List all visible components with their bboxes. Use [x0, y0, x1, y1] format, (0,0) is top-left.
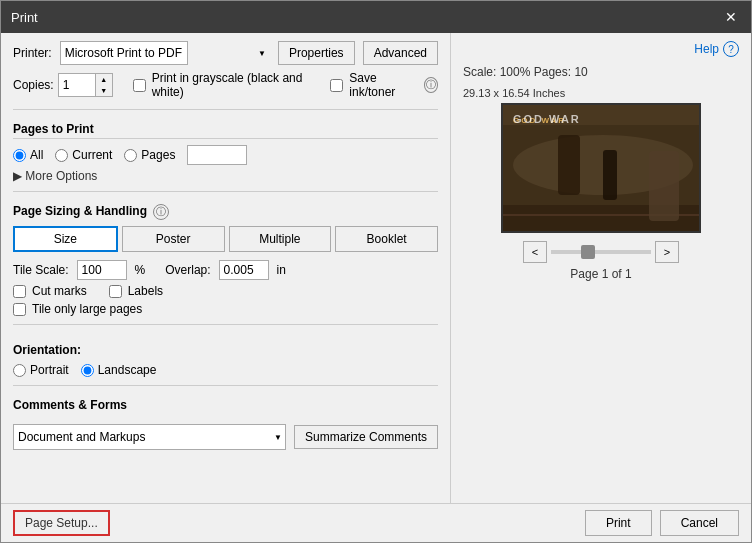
preview-nav: < >	[463, 241, 739, 263]
grayscale-wrapper: Print in grayscale (black and white)	[133, 71, 321, 99]
overlap-label: Overlap:	[165, 263, 210, 277]
print-button[interactable]: Print	[585, 510, 652, 536]
page-slider[interactable]	[551, 250, 651, 254]
copies-spinner: ▲ ▼	[95, 74, 112, 96]
page-info: Page 1 of 1	[570, 267, 631, 281]
booklet-button[interactable]: Booklet	[335, 226, 438, 252]
labels-label: Labels	[128, 284, 163, 298]
tile-scale-row: Tile Scale: % Overlap: in	[13, 260, 438, 280]
copies-down-button[interactable]: ▼	[96, 85, 112, 96]
portrait-radio[interactable]	[13, 364, 26, 377]
pages-row: All Current Pages	[13, 145, 438, 165]
copies-input-wrapper: 1 ▲ ▼	[58, 73, 113, 97]
multiple-button[interactable]: Multiple	[229, 226, 332, 252]
cut-marks-row: Cut marks Labels	[13, 284, 438, 298]
more-options-label: ▶ More Options	[13, 169, 97, 183]
orientation-section: Orientation: Portrait Landscape	[13, 335, 438, 381]
bottom-bar: Page Setup... Print Cancel	[1, 503, 751, 542]
ink-checkbox[interactable]	[330, 79, 343, 92]
preview-area: 29.13 x 16.54 Inches	[463, 87, 739, 495]
landscape-label: Landscape	[98, 363, 157, 377]
orientation-row: Portrait Landscape	[13, 363, 438, 377]
copies-grayscale-row: Copies: 1 ▲ ▼ Print in grayscale (black …	[13, 71, 438, 99]
pages-radio-label[interactable]: Pages	[124, 148, 175, 162]
printer-row: Printer: Microsoft Print to PDF Properti…	[13, 41, 438, 65]
dialog-body: Printer: Microsoft Print to PDF Properti…	[1, 33, 751, 503]
right-panel: Help ? Scale: 100% Pages: 10 29.13 x 16.…	[451, 33, 751, 503]
printer-select-wrapper: Microsoft Print to PDF	[60, 41, 270, 65]
divider-3	[13, 324, 438, 325]
current-radio-label[interactable]: Current	[55, 148, 112, 162]
svg-text:GOD  WAR: GOD WAR	[513, 116, 566, 125]
svg-rect-4	[603, 150, 617, 200]
size-button[interactable]: Size	[13, 226, 118, 252]
title-bar: Print ✕	[1, 1, 751, 33]
comments-select-wrapper: Document and Markups Document Form field…	[13, 424, 286, 450]
tile-only-row: Tile only large pages	[13, 302, 438, 316]
comments-select[interactable]: Document and Markups Document Form field…	[13, 424, 286, 450]
grayscale-label: Print in grayscale (black and white)	[152, 71, 321, 99]
left-panel: Printer: Microsoft Print to PDF Properti…	[1, 33, 451, 503]
divider-4	[13, 385, 438, 386]
copies-label: Copies:	[13, 78, 54, 92]
tile-only-checkbox[interactable]	[13, 303, 26, 316]
printer-select[interactable]: Microsoft Print to PDF	[60, 41, 188, 65]
help-icon: ?	[723, 41, 739, 57]
more-options[interactable]: ▶ More Options	[13, 169, 438, 183]
tile-scale-unit: %	[135, 263, 146, 277]
all-radio[interactable]	[13, 149, 26, 162]
preview-image: GOD WAR	[503, 105, 699, 231]
print-dialog: Print ✕ Printer: Microsoft Print to PDF …	[0, 0, 752, 543]
bottom-right: Print Cancel	[585, 510, 739, 536]
copies-input[interactable]: 1	[59, 74, 95, 96]
prev-page-button[interactable]: <	[523, 241, 547, 263]
divider-2	[13, 191, 438, 192]
scale-info: Scale: 100% Pages: 10	[463, 65, 588, 79]
preview-size-label: 29.13 x 16.54 Inches	[463, 87, 565, 99]
cut-marks-checkbox[interactable]	[13, 285, 26, 298]
current-radio[interactable]	[55, 149, 68, 162]
preview-image-container: GOD WAR	[501, 103, 701, 233]
portrait-label: Portrait	[30, 363, 69, 377]
cancel-button[interactable]: Cancel	[660, 510, 739, 536]
pages-range-input[interactable]	[187, 145, 247, 165]
portrait-radio-label[interactable]: Portrait	[13, 363, 69, 377]
page-setup-button[interactable]: Page Setup...	[13, 510, 110, 536]
tile-only-label: Tile only large pages	[32, 302, 142, 316]
overlap-input[interactable]	[219, 260, 269, 280]
labels-checkbox[interactable]	[109, 285, 122, 298]
grayscale-checkbox[interactable]	[133, 79, 146, 92]
help-link[interactable]: Help ?	[694, 41, 739, 57]
close-button[interactable]: ✕	[721, 7, 741, 27]
comments-row: Document and Markups Document Form field…	[13, 424, 438, 450]
orientation-header: Orientation:	[13, 343, 438, 359]
divider-1	[13, 109, 438, 110]
sizing-info-icon[interactable]: ⓘ	[153, 204, 169, 220]
sizing-header-row: Page Sizing & Handling ⓘ	[13, 204, 438, 220]
advanced-button[interactable]: Advanced	[363, 41, 438, 65]
copies-up-button[interactable]: ▲	[96, 74, 112, 85]
overlap-unit: in	[277, 263, 286, 277]
slider-thumb	[581, 245, 595, 259]
pages-radio[interactable]	[124, 149, 137, 162]
next-page-button[interactable]: >	[655, 241, 679, 263]
current-label: Current	[72, 148, 112, 162]
svg-rect-6	[503, 205, 699, 231]
all-radio-label[interactable]: All	[13, 148, 43, 162]
landscape-radio-label[interactable]: Landscape	[81, 363, 157, 377]
preview-svg: GOD WAR	[503, 105, 699, 231]
summarize-comments-button[interactable]: Summarize Comments	[294, 425, 438, 449]
properties-button[interactable]: Properties	[278, 41, 355, 65]
help-label: Help	[694, 42, 719, 56]
pages-to-print-header: Pages to Print	[13, 122, 438, 139]
comments-header: Comments & Forms	[13, 398, 438, 414]
pages-label: Pages	[141, 148, 175, 162]
poster-button[interactable]: Poster	[122, 226, 225, 252]
cut-marks-label: Cut marks	[32, 284, 87, 298]
landscape-radio[interactable]	[81, 364, 94, 377]
ink-info-icon[interactable]: ⓘ	[424, 77, 438, 93]
ink-wrapper: Save ink/toner ⓘ	[330, 71, 438, 99]
svg-rect-3	[558, 135, 580, 195]
dialog-title: Print	[11, 10, 38, 25]
tile-scale-input[interactable]	[77, 260, 127, 280]
